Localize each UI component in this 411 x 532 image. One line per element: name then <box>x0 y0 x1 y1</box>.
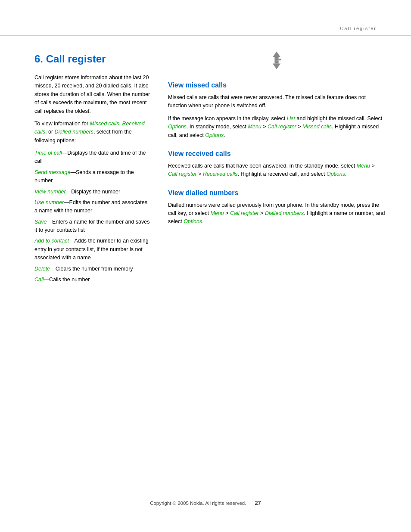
received-calls-nav-link: Received calls <box>203 171 238 177</box>
page-number: 27 <box>255 500 261 506</box>
missed-calls-para2: If the message icon appears in the displ… <box>168 115 385 140</box>
to-view-text: To view information for <box>34 121 90 127</box>
option-item: Use number—Edits the number and associat… <box>34 199 151 215</box>
options-link4: Options <box>184 218 202 224</box>
section-view-missed-calls: View missed calls Missed calls are calls… <box>168 81 385 140</box>
chapter-title: 6. Call register <box>34 53 151 65</box>
option-item: Time of call—Displays the date and time … <box>34 149 151 166</box>
option-description: —Clears the number from memory <box>50 266 133 272</box>
option-item: Save—Enters a name for the number and sa… <box>34 218 151 235</box>
option-name: Time of call <box>34 150 62 156</box>
list-link: List <box>287 115 295 121</box>
copyright-text: Copyright © 2005 Nokia. All rights reser… <box>150 501 246 506</box>
page-header: Call register <box>0 0 411 36</box>
to-view-paragraph: To view information for Missed calls, Re… <box>34 120 151 145</box>
option-name: Save <box>34 219 47 225</box>
option-item: Send message—Sends a message to the numb… <box>34 168 151 185</box>
right-column: View missed calls Missed calls are calls… <box>168 49 385 286</box>
section-view-dialled-numbers: View dialled numbers Dialled numbers wer… <box>168 189 385 226</box>
left-column: 6. Call register Call register stores in… <box>34 49 151 286</box>
options-link3: Options <box>327 171 345 177</box>
option-item: Call—Calls the number <box>34 276 151 284</box>
option-item: Delete—Clears the number from memory <box>34 265 151 273</box>
missed-calls-para1: Missed calls are calls that were never a… <box>168 93 385 110</box>
svg-rect-1 <box>274 57 278 60</box>
missed-calls-nav-link: Missed calls <box>302 124 332 130</box>
missed-calls-link: Missed calls <box>90 121 119 127</box>
menu-link1: Menu <box>248 124 262 130</box>
menu-link3: Menu <box>210 210 224 216</box>
option-description: —Displays the number <box>66 189 120 195</box>
dialled-numbers-nav-link: Dialled numbers <box>265 210 304 216</box>
call-register-link2: Call register <box>168 171 197 177</box>
options-link1: Options <box>168 124 187 130</box>
svg-rect-2 <box>279 59 281 60</box>
option-description: —Calls the number <box>44 277 90 283</box>
navigation-icon <box>266 51 287 72</box>
option-name: Add to contact <box>34 238 69 244</box>
svg-marker-0 <box>273 52 280 57</box>
option-name: View number <box>34 189 66 195</box>
option-name: Call <box>34 277 44 283</box>
option-name: Send message <box>34 169 70 175</box>
header-text: Call register <box>340 26 377 31</box>
option-item: View number—Displays the number <box>34 188 151 196</box>
icon-area <box>168 51 385 73</box>
call-register-link1: Call register <box>268 124 296 130</box>
page-footer: Copyright © 2005 Nokia. All rights reser… <box>0 500 411 506</box>
option-name: Delete <box>34 266 50 272</box>
options-link2: Options <box>205 132 224 138</box>
heading-view-missed-calls: View missed calls <box>168 81 385 89</box>
content-area: 6. Call register Call register stores in… <box>0 36 411 304</box>
svg-rect-4 <box>274 60 278 63</box>
dialled-numbers-link: Dialled numbers <box>55 129 93 135</box>
sections-container: View missed calls Missed calls are calls… <box>168 81 385 226</box>
section-view-received-calls: View received calls Received calls are c… <box>168 150 385 179</box>
heading-view-dialled-numbers: View dialled numbers <box>168 189 385 197</box>
received-calls-para1: Received calls are calls that have been … <box>168 162 385 179</box>
heading-view-received-calls: View received calls <box>168 150 385 158</box>
page: Call register 6. Call register Call regi… <box>0 0 411 532</box>
option-description: —Enters a name for the number and saves … <box>34 219 150 233</box>
svg-marker-3 <box>273 64 280 69</box>
options-list: Time of call—Displays the date and time … <box>34 149 151 284</box>
option-item: Add to contact—Adds the number to an exi… <box>34 237 151 262</box>
option-name: Use number <box>34 199 64 205</box>
call-register-link3: Call register <box>230 210 259 216</box>
dialled-numbers-para1: Dialled numbers were called previously f… <box>168 201 385 226</box>
intro-paragraph: Call register stores information about t… <box>34 74 151 115</box>
menu-link2: Menu <box>357 163 370 169</box>
